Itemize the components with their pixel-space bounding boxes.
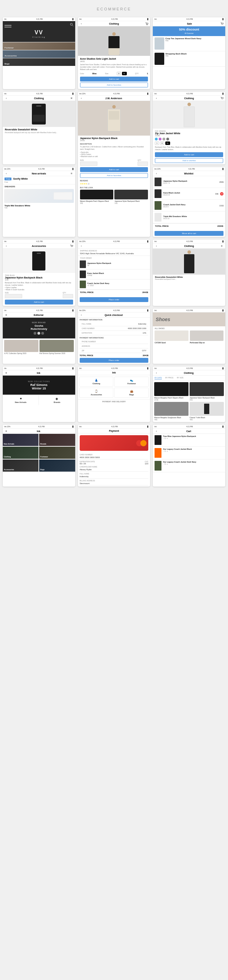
color-blue[interactable] [155,138,158,140]
filter-size[interactable]: BY SIZE [177,377,184,379]
nav-img-brands[interactable]: Brands [39,434,75,446]
cart-icon[interactable] [145,22,148,25]
add-cart-acc[interactable]: Add to cart [5,300,73,304]
nav-label-footwear: Footwear [116,382,147,385]
qty-label-acc: QTY [63,292,73,294]
size-m[interactable]: M [117,72,121,75]
wishlist-sub-4: DUS 10 [163,218,223,220]
move-to-cart-btn[interactable]: Move all to cart [155,231,223,236]
color-purple[interactable] [159,138,162,140]
shoe-item-2[interactable]: Perforated Slip-on [190,331,223,344]
back-icon-7[interactable]: ‹ [5,172,8,175]
back-icon-cart[interactable]: ‹ [155,430,158,433]
shoe-name-1: CX7200 Sand [155,342,188,344]
look-item-2[interactable]: Japanese Nylon Backpack Black 10$ [114,190,148,204]
checkout-total-val: 2043$ [143,355,149,356]
back-icon-5[interactable]: ‹ [80,97,83,100]
menu-icon-12[interactable]: ≡ [5,313,8,316]
qty-minus-3[interactable]: - [163,463,163,465]
qty-label: QTY [135,73,139,75]
nav-img-clothing[interactable]: Clothing [3,447,38,459]
nav-item-footwear[interactable]: 👟 Footwear [114,377,149,387]
shoe-item-1[interactable]: CX7200 Sand [155,331,188,344]
acc-price: 30$ [5,279,73,281]
back-icon-4[interactable]: ‹ [5,97,8,100]
size-m-wj[interactable]: M [160,142,164,145]
nav-item-accessories[interactable]: ⌚ Accessories [79,388,114,398]
nav-title-9: Accessories [8,245,70,247]
nav-img-accessories[interactable]: Accessories [3,460,38,472]
nav-img-label-5: Accessories [4,468,14,471]
nav-item-bags[interactable]: 👜 Bags [114,388,149,398]
add-to-favorites-button[interactable]: Add to favorites [80,83,148,88]
place-order-btn[interactable]: Place order [80,297,149,302]
add-to-cart-button[interactable]: Add to cart [80,76,148,81]
qty-plus-3[interactable]: + [167,463,168,465]
place-order-checkout-btn[interactable]: Place order [80,358,149,363]
clothing-item-3[interactable]: Maison Margiela Sunglasses Black 48$ [154,402,188,421]
filter-price[interactable]: BY PRICE [165,377,173,379]
checkout-total-label: TOTAL PRICE [80,355,93,356]
cart-item-2: Our Legacy Coach Jacket Black - 1 + [153,447,225,460]
cart-icon-9[interactable] [70,245,73,247]
clothing-item-1[interactable]: Maison Margiela Patch Slippers Black 203… [154,382,188,401]
clothing-item-4[interactable]: Classic T-shirt Black 48$ [190,402,224,421]
qty-minus-2[interactable]: - [163,450,163,452]
color-dark[interactable] [166,138,169,140]
nav-img-label-3: Clothing [4,456,11,458]
list-icon-11[interactable]: ≡ [220,245,223,247]
nav-brands-label: Brands [41,401,73,403]
menu-icon-15[interactable]: ≡ [5,371,8,374]
jw-product-price: 200$ [80,139,148,142]
nav-img-bags[interactable]: Bags [39,460,75,472]
qty-minus-1[interactable]: - [163,437,163,439]
nav-new-arrivals[interactable]: ✦ New Arrivals [3,395,39,405]
add-favorites-jw[interactable]: Add to favorites [80,173,148,178]
status-bar-18: Ink 22%4:21 PM▊ [3,425,75,429]
close-icon[interactable]: ✕ [70,97,73,100]
clothing-item-2[interactable]: Japanese Nylon Backpack Black 95$ [190,382,224,401]
add-wishlist-wj[interactable]: Add to wishlist [155,158,223,163]
wishlist-remove-2[interactable]: ✕ [220,192,223,196]
color-gray[interactable] [163,138,165,140]
menu-icon-18[interactable]: ≡ [5,430,8,433]
category-bags[interactable]: Bags [5,63,10,65]
collections-hero: NEW COLLECTIONS Raf SimonsWinter 15 [3,375,75,395]
sale-cart-icon[interactable] [220,22,223,25]
add-cart-jw[interactable]: Add to cart [80,167,148,172]
back-icon[interactable]: ‹ [80,22,83,25]
search-icon[interactable] [70,23,73,27]
editorial-item-1[interactable]: A.P.C Collection Spring 2015 [4,340,38,355]
back-icon-17[interactable]: ‹ [155,371,158,374]
add-cart-wj[interactable]: Add to cart [155,152,223,157]
status-bar-7: Ink 22%4:21 PM▊ [3,167,75,171]
order-label: YOUR ORDER [78,256,150,259]
filter-date[interactable]: BY DATE [155,377,162,379]
category-footwear[interactable]: Footwear [5,47,14,49]
back-icon-8[interactable]: ‹ [155,172,158,175]
product-brand: Acne Studios Selo Light Jacket [80,57,148,60]
back-icon-6[interactable]: ‹ [155,97,158,100]
list-icon[interactable]: ≡ [70,172,73,175]
cart-icon-6[interactable] [220,97,223,100]
back-icon-11[interactable]: ‹ [155,245,158,247]
editorial-item-2[interactable]: Raf Simons Spring Summer 2015 [40,340,74,355]
nav-img-footwear[interactable]: Footwear [39,447,75,459]
size-label-acc: SIZE [5,292,22,294]
back-icon-9[interactable]: ‹ [5,245,8,247]
size-xl[interactable]: XL [122,72,127,75]
back-icon-13[interactable]: ‹ [80,313,83,316]
back-icon-10[interactable]: ‹ [80,245,83,247]
qty-plus-2[interactable]: + [167,450,168,452]
expiry-val: 03 / 25 [80,463,95,465]
sneakers-label: SNEAKERS [3,184,75,188]
size-s[interactable]: S [155,142,159,145]
editorial-cap-1: A.P.C Collection Spring 2015 [4,352,38,355]
nav-brands[interactable]: ◈ Brands [39,395,75,405]
category-accessories[interactable]: Accessories [5,55,17,57]
size-xl-wj[interactable]: XL [165,142,170,145]
nav-item-clothing[interactable]: 👗 Clothing [79,377,114,387]
qty-plus-1[interactable]: + [167,437,168,439]
nav-img-new-arrivals[interactable]: New Arrivals [3,434,38,446]
look-item-1[interactable]: Maison Margiela Patch Slippers Black 35$ [80,190,114,204]
